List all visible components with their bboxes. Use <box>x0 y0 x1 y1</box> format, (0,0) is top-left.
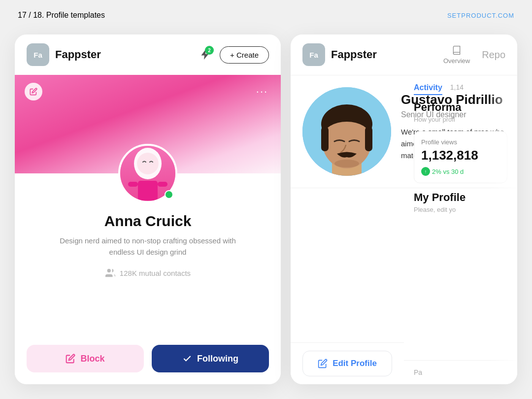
edit-hero-button[interactable] <box>25 83 42 100</box>
right-app-logo: Fa <box>302 43 325 66</box>
performance-section: Performa How your profi Profile views 1,… <box>414 101 507 213</box>
right-profile-section: Gustavo Pidrillio Senior UI designer We'… <box>291 75 517 188</box>
pencil-icon <box>30 88 37 96</box>
following-button[interactable]: Following <box>152 345 269 372</box>
block-button[interactable]: Block <box>27 345 144 372</box>
stats-card: Profile views 1,132,818 ↑ 2% vs 30 d <box>414 131 507 183</box>
svg-rect-2 <box>138 181 158 200</box>
avatar-container <box>118 144 177 203</box>
my-profile-section: My Profile Please, edit yo <box>414 191 507 213</box>
bottom-edit-area: Edit Profile <box>291 342 404 384</box>
checkmark-icon <box>182 354 192 364</box>
svg-point-1 <box>137 153 159 174</box>
create-button[interactable]: + Create <box>220 46 269 64</box>
profile-name: Anna Cruick <box>27 213 269 230</box>
brand-label: SETPRODUCT.COM <box>447 12 514 19</box>
notification-badge: 2 <box>205 46 214 55</box>
book-icon <box>452 45 462 55</box>
online-indicator <box>165 190 173 199</box>
svg-rect-12 <box>365 127 372 151</box>
svg-point-5 <box>107 269 110 272</box>
bottom-right-label: Pa <box>404 360 517 384</box>
up-arrow-icon: ↑ <box>421 167 430 176</box>
block-icon <box>66 354 75 364</box>
slide-indicator: 17 / 18. Profile templates <box>18 11 105 20</box>
right-profile-card: Fa Fappster Overview Repo <box>291 34 517 384</box>
right-app-header: Fa Fappster Overview Repo <box>291 34 517 75</box>
my-profile-sub: Please, edit yo <box>414 206 507 213</box>
activity-panel: Activity 1,14 Performa How your profi Pr… <box>404 75 517 221</box>
tab-overview[interactable]: Overview <box>443 45 470 65</box>
right-app-name: Fappster <box>331 48 437 61</box>
profile-hero: ··· <box>15 75 281 173</box>
right-main-content: Gustavo Pidrillio Senior UI designer We'… <box>291 75 517 384</box>
notification-icon[interactable]: 2 <box>196 46 214 64</box>
left-profile-card: Fa Fappster 2 + Create ··· <box>15 34 281 384</box>
svg-rect-11 <box>321 127 329 151</box>
right-nav-tabs: Overview Repo <box>443 45 505 65</box>
activity-tab-active[interactable]: Activity <box>414 83 442 95</box>
performance-sub: How your profi <box>414 116 507 123</box>
tab-more[interactable]: Repo <box>482 45 505 65</box>
svg-rect-3 <box>128 182 138 187</box>
performance-title: Performa <box>414 101 507 114</box>
stats-value: 1,132,818 <box>421 148 500 163</box>
edit-pencil-icon <box>318 359 328 368</box>
stats-label: Profile views <box>421 138 500 146</box>
activity-count: 1,14 <box>450 83 464 95</box>
my-profile-title: My Profile <box>414 191 507 204</box>
svg-point-10 <box>323 122 370 151</box>
left-app-header: Fa Fappster 2 + Create <box>15 34 281 75</box>
right-avatar <box>302 87 391 176</box>
activity-tabs: Activity 1,14 <box>414 83 507 95</box>
svg-point-13 <box>334 160 359 167</box>
left-app-logo: Fa <box>27 43 49 66</box>
person-photo <box>302 87 391 176</box>
person-svg <box>302 87 391 176</box>
left-app-name: Fappster <box>55 48 190 61</box>
contacts-icon <box>105 267 116 278</box>
profile-bio: Design nerd aimed to non-stop crafting o… <box>54 235 241 258</box>
mutual-contacts: 128K mutual contacts <box>27 267 269 278</box>
svg-rect-4 <box>158 182 167 187</box>
stats-change: ↑ 2% vs 30 d <box>421 167 500 176</box>
more-options-button[interactable]: ··· <box>253 83 271 100</box>
edit-profile-button[interactable]: Edit Profile <box>302 351 392 376</box>
action-buttons: Block Following <box>15 345 281 384</box>
